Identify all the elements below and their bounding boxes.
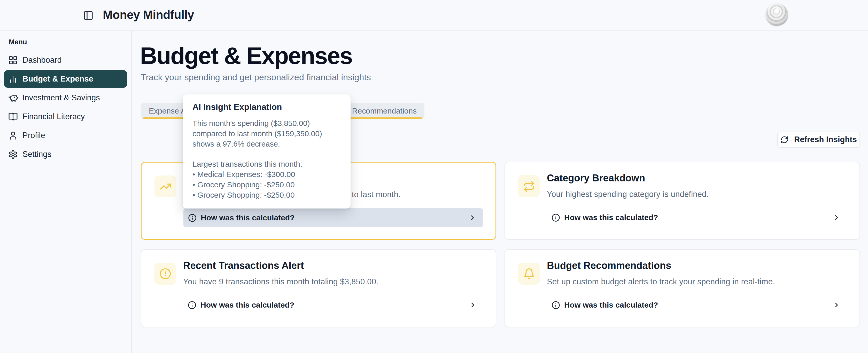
sidebar-toggle-button[interactable] <box>83 10 94 21</box>
refresh-insights-button[interactable]: Refresh Insights <box>777 132 860 148</box>
piggy-bank-icon <box>8 93 18 103</box>
popup-transaction-item: • Grocery Shopping: -$250.00 <box>192 190 341 200</box>
how-calculated-button[interactable]: How was this calculated? <box>547 295 847 315</box>
bar-chart-icon <box>8 74 18 84</box>
chevron-right-icon <box>469 301 476 309</box>
sidebar-item-financial-literacy[interactable]: Financial Literacy <box>4 108 127 126</box>
sidebar-item-budget-expense[interactable]: Budget & Expense <box>4 70 127 88</box>
sidebar-item-dashboard[interactable]: Dashboard <box>4 51 127 69</box>
info-icon <box>188 301 196 309</box>
how-calculated-label: How was this calculated? <box>564 301 658 309</box>
ai-insight-popup: AI Insight Explanation This month's spen… <box>183 95 350 209</box>
card-description: Set up custom budget alerts to track you… <box>547 277 775 286</box>
popup-transaction-item: • Medical Expenses: -$300.00 <box>192 169 341 180</box>
app-title: Money Mindfully <box>103 8 194 22</box>
sidebar-item-label: Dashboard <box>23 56 62 65</box>
page-title: Budget & Expenses <box>140 43 352 68</box>
how-calculated-label: How was this calculated? <box>201 213 294 222</box>
chevron-right-icon <box>833 301 840 309</box>
card-title: Budget Recommendations <box>547 260 671 271</box>
trending-up-icon <box>154 175 177 198</box>
insight-card-category-breakdown: Category Breakdown Your highest spending… <box>504 162 860 240</box>
sidebar-item-settings[interactable]: Settings <box>4 145 127 163</box>
info-icon <box>552 213 560 222</box>
how-calculated-label: How was this calculated? <box>564 213 658 222</box>
how-calculated-label: How was this calculated? <box>200 301 294 309</box>
avatar[interactable] <box>766 3 788 26</box>
gear-icon <box>8 150 18 159</box>
card-title: Category Breakdown <box>547 173 645 184</box>
sidebar-item-profile[interactable]: Profile <box>4 127 127 144</box>
how-calculated-button[interactable]: How was this calculated? <box>547 208 847 227</box>
sidebar-item-label: Settings <box>23 150 52 159</box>
refresh-icon <box>780 136 788 144</box>
chevron-right-icon <box>469 214 476 222</box>
insight-card-recent-transactions: Recent Transactions Alert You have 9 tra… <box>141 249 496 327</box>
info-icon <box>188 214 196 222</box>
user-icon <box>8 131 18 140</box>
sidebar-menu-label: Menu <box>9 38 127 46</box>
card-description: Your highest spending category is undefi… <box>547 190 709 199</box>
main-content: Budget & Expenses Track your spending an… <box>132 31 868 353</box>
chevron-right-icon <box>833 214 840 221</box>
app-header: Money Mindfully <box>0 0 868 31</box>
sidebar-item-label: Budget & Expense <box>23 74 93 83</box>
popup-list-intro: Largest transactions this month: <box>192 159 341 169</box>
popup-paragraph: This month's spending ($3,850.00) compar… <box>192 118 341 149</box>
repeat-icon <box>518 175 540 197</box>
page-subtitle: Track your spending and get personalized… <box>141 72 371 82</box>
sidebar-item-label: Investment & Savings <box>23 93 100 102</box>
panel-left-icon <box>83 10 94 21</box>
popup-transaction-item: • Grocery Shopping: -$250.00 <box>192 180 341 190</box>
sidebar: Menu Dashboard Budget & Expense Investme… <box>0 31 132 353</box>
info-icon <box>552 301 560 309</box>
insight-card-budget-recommendations: Budget Recommendations Set up custom bud… <box>504 249 860 327</box>
book-open-icon <box>8 112 18 121</box>
sidebar-item-label: Financial Literacy <box>23 112 85 121</box>
layout-grid-icon <box>8 56 18 65</box>
how-calculated-button[interactable]: How was this calculated? <box>183 295 483 315</box>
refresh-insights-label: Refresh Insights <box>794 135 857 144</box>
how-calculated-button[interactable]: How was this calculated? <box>183 208 483 227</box>
sidebar-item-label: Profile <box>23 131 45 140</box>
bell-icon <box>518 263 540 285</box>
card-title: Recent Transactions Alert <box>183 260 304 271</box>
alert-circle-icon <box>154 263 176 285</box>
popup-title: AI Insight Explanation <box>192 102 341 112</box>
sidebar-item-investment-savings[interactable]: Investment & Savings <box>4 89 127 107</box>
card-description: You have 9 transactions this month total… <box>183 277 378 286</box>
